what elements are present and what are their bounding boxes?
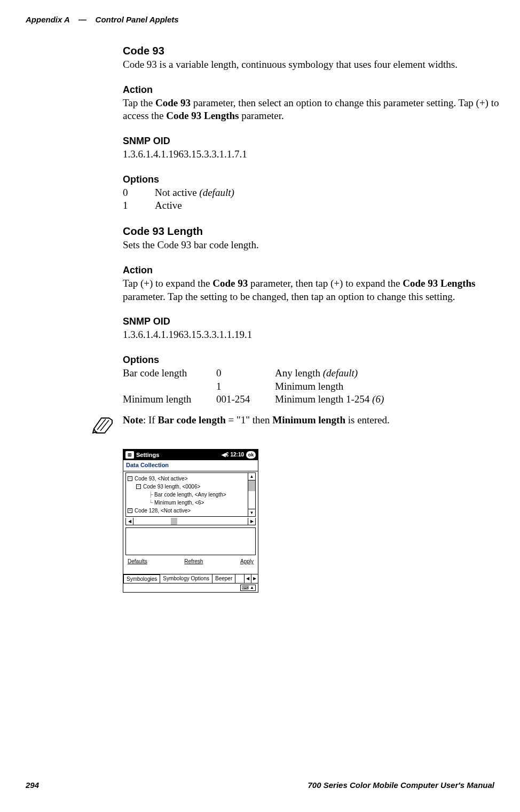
scroll-down-icon[interactable]: ▼ [248, 509, 255, 516]
tree-connector-icon: └╴ [149, 499, 154, 507]
scroll-thumb[interactable] [171, 518, 177, 525]
option-row: 0 Not active (default) [123, 186, 509, 200]
opt-cell: Minimum length 1-254 (6) [275, 393, 509, 406]
device-time: 12:10 [230, 452, 244, 458]
page-header: Appendix A — Control Panel Applets [26, 15, 494, 24]
speaker-icon[interactable]: ◀€ [222, 452, 229, 458]
vertical-scrollbar[interactable]: ▲ ▼ [248, 473, 255, 516]
tree-item-barcode-length[interactable]: ├╴ Bar code length, <Any length> [128, 491, 246, 499]
tree-item-minimum-length[interactable]: └╴ Minimum length, <6> [128, 499, 246, 507]
device-titlebar: ⊞ Settings ◀€ 12:10 ok [123, 450, 258, 460]
footer-title: 700 Series Color Mobile Computer User's … [308, 781, 495, 790]
button-row: Defaults Refresh Apply [123, 556, 258, 566]
option-row: 1 Active [123, 199, 509, 212]
opt-cell [123, 380, 216, 393]
opt-cell: 0 [216, 367, 275, 380]
app-title: Data Collection [123, 460, 258, 471]
tab-symbologies[interactable]: Symbologies [123, 574, 160, 583]
note-icon [91, 414, 115, 437]
tab-bar: Symbologies Symbology Options Beeper ◀ ▶ [123, 574, 258, 583]
content-area: Code 93 Code 93 is a variable length, co… [123, 42, 509, 593]
heading-options-2: Options [123, 354, 509, 366]
scroll-right-icon[interactable]: ▶ [248, 518, 255, 525]
opt-cell: Minimum length [275, 380, 509, 393]
tab-scroll-right-icon[interactable]: ▶ [251, 574, 258, 583]
option-key: 1 [123, 199, 155, 212]
start-icon[interactable]: ⊞ [125, 451, 134, 459]
opt-cell: Bar code length [123, 367, 216, 380]
heading-snmp-2: SNMP OID [123, 316, 509, 327]
horizontal-scrollbar[interactable]: ◀ ▶ [125, 518, 256, 525]
scroll-thumb[interactable] [248, 480, 255, 491]
header-sep: — [78, 15, 86, 24]
heading-options-1: Options [123, 174, 509, 185]
value-panel[interactable] [125, 527, 256, 555]
heading-code93-length: Code 93 Length [123, 225, 509, 238]
note-block: Note: If Bar code length = "1" then Mini… [123, 414, 509, 437]
scroll-up-icon[interactable]: ▲ [248, 473, 255, 480]
page-number: 294 [26, 781, 39, 790]
heading-snmp-1: SNMP OID [123, 136, 509, 147]
snmp-1-value: 1.3.6.1.4.1.1963.15.3.3.1.1.7.1 [123, 148, 509, 161]
options-table: Bar code length 0 Any length (default) 1… [123, 367, 509, 406]
tree-collapse-icon[interactable]: − [128, 476, 132, 481]
note-text: Note: If Bar code length = "1" then Mini… [123, 414, 390, 427]
tree-item-code93[interactable]: − Code 93, <Not active> [128, 475, 246, 483]
device-title: Settings [136, 452, 159, 458]
page-footer: 294 700 Series Color Mobile Computer Use… [26, 781, 494, 790]
option-value: Active [155, 199, 182, 212]
snmp-2-value: 1.3.6.1.4.1.1963.15.3.3.1.1.19.1 [123, 328, 509, 342]
sip-button[interactable]: ⌨ ▲ [240, 585, 256, 591]
keyboard-icon: ⌨ [242, 585, 249, 590]
ok-button[interactable]: ok [246, 451, 256, 459]
tree-collapse-icon[interactable]: − [136, 484, 141, 489]
option-key: 0 [123, 186, 155, 200]
action-1-text: Tap the Code 93 parameter, then select a… [123, 97, 509, 123]
sip-row: ⌨ ▲ [123, 583, 258, 592]
tree-item-code93-length[interactable]: − Code 93 length, <0006> [128, 483, 246, 491]
header-appendix: Appendix A [26, 15, 69, 24]
tree-item-code128[interactable]: + Code 128, <Not active> [128, 507, 246, 515]
tab-beeper[interactable]: Beeper [212, 574, 235, 583]
heading-action-2: Action [123, 265, 509, 276]
opt-cell: Minimum length [123, 393, 216, 406]
scroll-left-icon[interactable]: ◀ [126, 518, 133, 525]
opt-cell: Any length (default) [275, 367, 509, 380]
heading-code93: Code 93 [123, 45, 509, 57]
defaults-button[interactable]: Defaults [128, 558, 147, 564]
refresh-button[interactable]: Refresh [184, 558, 203, 564]
header-title: Control Panel Applets [96, 15, 179, 24]
apply-button[interactable]: Apply [240, 558, 254, 564]
opt-cell: 1 [216, 380, 275, 393]
action-2-text: Tap (+) to expand the Code 93 parameter,… [123, 277, 509, 303]
heading-action-1: Action [123, 84, 509, 96]
tree-view[interactable]: − Code 93, <Not active> − Code 93 length… [125, 472, 256, 517]
tab-scroll-left-icon[interactable]: ◀ [244, 574, 251, 583]
tab-symbology-options[interactable]: Symbology Options [160, 574, 212, 583]
option-value: Not active (default) [155, 186, 234, 200]
code93-length-desc: Sets the Code 93 bar code length. [123, 239, 509, 252]
tree-connector-icon: ├╴ [149, 491, 154, 499]
device-screenshot: ⊞ Settings ◀€ 12:10 ok Data Collection −… [123, 449, 258, 593]
sip-up-icon: ▲ [250, 585, 254, 590]
code93-desc: Code 93 is a variable length, continuous… [123, 58, 509, 72]
tree-expand-icon[interactable]: + [128, 508, 132, 513]
opt-cell: 001-254 [216, 393, 275, 406]
